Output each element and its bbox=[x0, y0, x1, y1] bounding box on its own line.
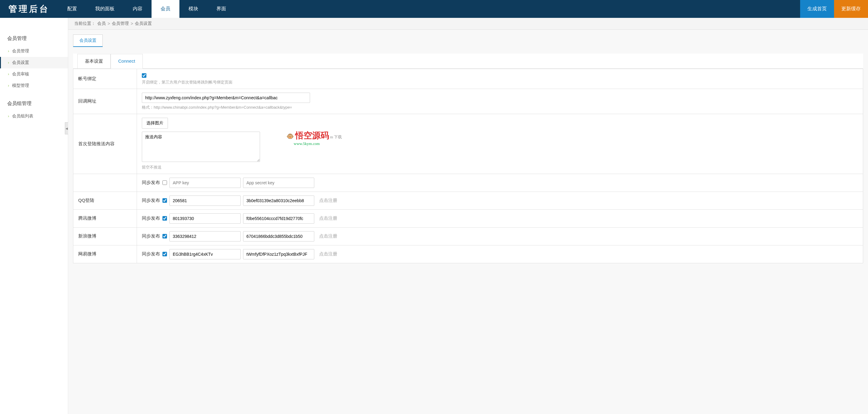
sidebar-item-label: 模型管理 bbox=[12, 83, 29, 89]
sidebar-item-member-settings[interactable]: › 会员设置 bbox=[0, 57, 68, 68]
input-app-key-tencent-weibo[interactable] bbox=[169, 213, 241, 223]
checkbox-sync-tencent-weibo[interactable] bbox=[162, 216, 167, 220]
sync-label: 同步发布 bbox=[142, 233, 160, 239]
breadcrumb-item[interactable]: 会员管理 bbox=[112, 21, 129, 26]
breadcrumb-item: 会员设置 bbox=[135, 21, 152, 26]
checkbox-account-binding[interactable] bbox=[142, 73, 146, 78]
checkbox-sync-qq[interactable] bbox=[162, 198, 167, 203]
sync-label: 同步发布 bbox=[142, 180, 160, 185]
nav-item-module[interactable]: 模块 bbox=[179, 0, 207, 18]
link-register-qq[interactable]: 点击注册 bbox=[319, 198, 337, 203]
sidebar-item-label: 会员组列表 bbox=[12, 113, 33, 119]
input-app-secret-tencent-weibo[interactable] bbox=[243, 213, 314, 223]
textarea-push-content[interactable]: 推送内容 bbox=[142, 132, 260, 162]
sync-label: 同步发布 bbox=[142, 215, 160, 221]
breadcrumb: 当前位置： 会员 > 会员管理 > 会员设置 bbox=[68, 18, 868, 30]
chevron-right-icon: › bbox=[8, 72, 9, 76]
tab-connect[interactable]: Connect bbox=[111, 54, 143, 69]
nav-item-mypanel[interactable]: 我的面板 bbox=[86, 0, 124, 18]
page-tabs: 会员设置 bbox=[68, 30, 868, 47]
sidebar-item-member-manage[interactable]: › 会员管理 bbox=[0, 45, 68, 57]
sync-label: 同步发布 bbox=[142, 251, 160, 257]
hint-callback: 格式：http://www.chinabpi.com/index.php?g=M… bbox=[142, 105, 858, 110]
nav-item-config[interactable]: 配置 bbox=[58, 0, 86, 18]
page-tab-member-settings[interactable]: 会员设置 bbox=[73, 34, 103, 47]
sidebar-item-model-manage[interactable]: › 模型管理 bbox=[0, 80, 68, 92]
nav-item-interface[interactable]: 界面 bbox=[207, 0, 235, 18]
settings-table: 帐号绑定 开启绑定，第三方用户首次登陆将跳到帐号绑定页面 回调网址 格式：htt… bbox=[73, 69, 863, 263]
top-nav: 管理后台 配置 我的面板 内容 会员 模块 界面 生成首页 更新缓存 bbox=[0, 0, 868, 18]
row-label-first-push: 首次登陆推送内容 bbox=[73, 114, 137, 174]
sidebar-item-group-list[interactable]: › 会员组列表 bbox=[0, 110, 68, 122]
btn-update-cache[interactable]: 更新缓存 bbox=[834, 0, 868, 18]
nav-items: 配置 我的面板 内容 会员 模块 界面 bbox=[58, 0, 235, 18]
nav-item-member[interactable]: 会员 bbox=[152, 0, 179, 18]
row-label-account-binding: 帐号绑定 bbox=[73, 69, 137, 89]
link-register-netease-weibo[interactable]: 点击注册 bbox=[319, 251, 337, 257]
btn-generate-home[interactable]: 生成首页 bbox=[800, 0, 834, 18]
row-label-sina-weibo: 新浪微博 bbox=[73, 227, 137, 245]
input-app-secret-qq[interactable] bbox=[243, 196, 314, 206]
sidebar: 会员管理 › 会员管理 › 会员设置 › 会员审核 › 模型管理 会员组管理 ›… bbox=[0, 18, 68, 414]
input-app-secret-sina-weibo[interactable] bbox=[243, 231, 314, 242]
breadcrumb-sep: > bbox=[107, 21, 110, 26]
breadcrumb-sep: > bbox=[131, 21, 133, 26]
input-callback-url[interactable] bbox=[142, 93, 310, 103]
link-register-sina-weibo[interactable]: 点击注册 bbox=[319, 233, 337, 239]
content-area: 基本设置 Connect 帐号绑定 开启绑定，第三方用户首次登陆将跳到帐号绑定页… bbox=[73, 54, 863, 263]
inner-tabs: 基本设置 Connect bbox=[73, 54, 863, 69]
sidebar-item-member-audit[interactable]: › 会员审核 bbox=[0, 68, 68, 80]
checkbox-sync-netease-weibo[interactable] bbox=[162, 252, 167, 256]
tab-basic-settings[interactable]: 基本设置 bbox=[77, 54, 111, 69]
btn-select-image[interactable]: 选择图片 bbox=[142, 118, 168, 129]
hint-account-binding: 开启绑定，第三方用户首次登陆将跳到帐号绑定页面 bbox=[142, 79, 858, 85]
sidebar-item-label: 会员管理 bbox=[12, 48, 29, 54]
input-app-secret-netease-weibo[interactable] bbox=[243, 249, 314, 260]
chevron-right-icon: › bbox=[8, 61, 9, 65]
sidebar-section-group: 会员组管理 bbox=[0, 97, 68, 110]
input-app-secret-generic[interactable] bbox=[243, 178, 314, 188]
hint-first-push: 留空不推送 bbox=[142, 165, 858, 170]
breadcrumb-item[interactable]: 会员 bbox=[97, 21, 106, 26]
sidebar-item-label: 会员设置 bbox=[12, 60, 29, 65]
chevron-right-icon: › bbox=[8, 83, 9, 88]
logo: 管理后台 bbox=[0, 0, 58, 18]
nav-item-content[interactable]: 内容 bbox=[124, 0, 152, 18]
row-label-netease-weibo: 网易微博 bbox=[73, 245, 137, 263]
nav-right: 生成首页 更新缓存 bbox=[800, 0, 868, 18]
breadcrumb-prefix: 当前位置： bbox=[74, 21, 95, 26]
input-app-key-netease-weibo[interactable] bbox=[169, 249, 241, 260]
input-app-key-sina-weibo[interactable] bbox=[169, 231, 241, 242]
sync-label: 同步发布 bbox=[142, 198, 160, 203]
input-app-key-generic[interactable] bbox=[169, 178, 241, 188]
checkbox-sync-generic[interactable] bbox=[162, 180, 167, 185]
row-label-qq: QQ登陆 bbox=[73, 192, 137, 209]
sidebar-item-label: 会员审核 bbox=[12, 71, 29, 77]
row-label-tencent-weibo: 腾讯微博 bbox=[73, 209, 137, 227]
row-label-sync-generic bbox=[73, 174, 137, 192]
input-app-key-qq[interactable] bbox=[169, 196, 241, 206]
checkbox-sync-sina-weibo[interactable] bbox=[162, 234, 167, 239]
sidebar-section-member: 会员管理 bbox=[0, 32, 68, 45]
chevron-right-icon: › bbox=[8, 49, 9, 53]
chevron-right-icon: › bbox=[8, 114, 9, 118]
main-content: 当前位置： 会员 > 会员管理 > 会员设置 会员设置 基本设置 Connect… bbox=[68, 18, 868, 414]
row-label-callback: 回调网址 bbox=[73, 89, 137, 114]
link-register-tencent-weibo[interactable]: 点击注册 bbox=[319, 215, 337, 221]
